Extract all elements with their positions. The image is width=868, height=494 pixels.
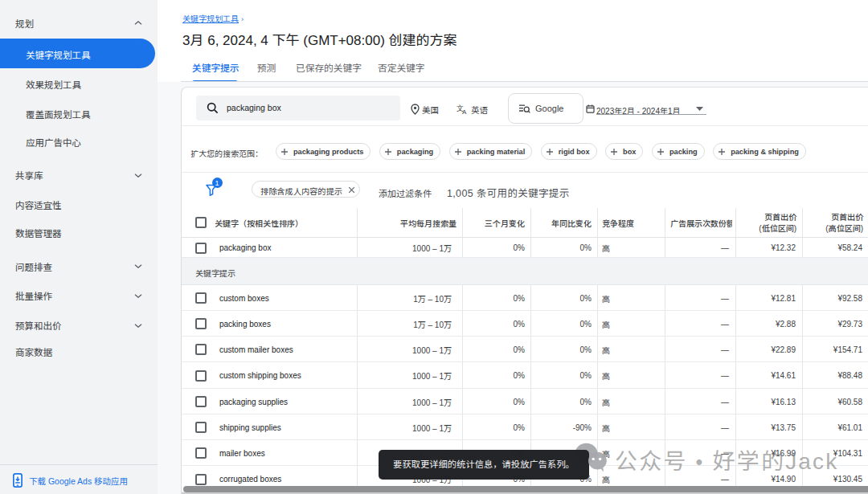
svg-text:A: A bbox=[462, 108, 467, 115]
